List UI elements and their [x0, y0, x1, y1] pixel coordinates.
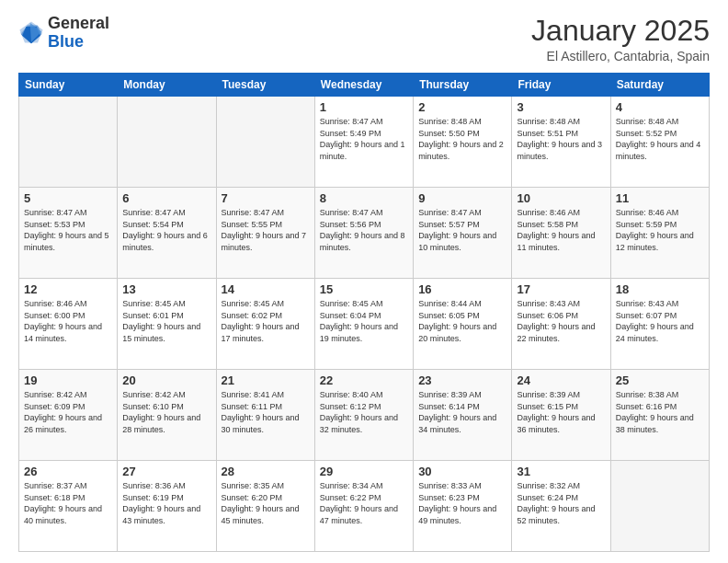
header-sunday: Sunday — [19, 74, 118, 97]
table-row: 1Sunrise: 8:47 AMSunset: 5:49 PMDaylight… — [314, 97, 413, 188]
table-row — [216, 97, 314, 188]
day-number: 8 — [320, 191, 408, 205]
day-number: 25 — [616, 373, 704, 387]
header-thursday: Thursday — [414, 74, 512, 97]
table-row: 31Sunrise: 8:32 AMSunset: 6:24 PMDayligh… — [512, 461, 610, 552]
day-number: 7 — [222, 191, 310, 205]
logo-text: General Blue — [48, 15, 109, 52]
header-friday: Friday — [512, 74, 610, 97]
day-info: Sunrise: 8:38 AMSunset: 6:16 PMDaylight:… — [616, 389, 704, 435]
day-info: Sunrise: 8:48 AMSunset: 5:52 PMDaylight:… — [616, 116, 704, 162]
day-number: 24 — [517, 373, 605, 387]
day-info: Sunrise: 8:46 AMSunset: 6:00 PMDaylight:… — [24, 298, 112, 344]
day-info: Sunrise: 8:32 AMSunset: 6:24 PMDaylight:… — [517, 480, 605, 526]
day-number: 4 — [616, 100, 704, 114]
day-number: 28 — [222, 465, 310, 478]
header-saturday: Saturday — [610, 74, 709, 97]
day-number: 3 — [517, 100, 605, 114]
table-row: 29Sunrise: 8:34 AMSunset: 6:22 PMDayligh… — [314, 461, 413, 552]
day-number: 31 — [517, 465, 605, 478]
day-number: 1 — [320, 100, 408, 114]
day-number: 20 — [122, 373, 210, 387]
day-number: 23 — [418, 373, 506, 387]
day-number: 6 — [122, 191, 210, 205]
logo-blue-text: Blue — [48, 32, 84, 51]
table-row: 7Sunrise: 8:47 AMSunset: 5:55 PMDaylight… — [216, 188, 314, 279]
day-number: 2 — [418, 100, 506, 114]
table-row: 22Sunrise: 8:40 AMSunset: 6:12 PMDayligh… — [314, 370, 413, 461]
table-row: 14Sunrise: 8:45 AMSunset: 6:02 PMDayligh… — [216, 279, 314, 370]
day-number: 26 — [24, 465, 112, 478]
day-info: Sunrise: 8:39 AMSunset: 6:14 PMDaylight:… — [418, 389, 506, 435]
day-info: Sunrise: 8:48 AMSunset: 5:51 PMDaylight:… — [517, 116, 605, 162]
day-info: Sunrise: 8:46 AMSunset: 5:58 PMDaylight:… — [517, 207, 605, 253]
calendar-week-row: 12Sunrise: 8:46 AMSunset: 6:00 PMDayligh… — [19, 279, 710, 370]
table-row: 12Sunrise: 8:46 AMSunset: 6:00 PMDayligh… — [19, 279, 118, 370]
day-number: 14 — [222, 282, 310, 296]
day-info: Sunrise: 8:47 AMSunset: 5:53 PMDaylight:… — [24, 207, 112, 253]
table-row: 9Sunrise: 8:47 AMSunset: 5:57 PMDaylight… — [414, 188, 512, 279]
day-number: 13 — [122, 282, 210, 296]
table-row: 5Sunrise: 8:47 AMSunset: 5:53 PMDaylight… — [19, 188, 118, 279]
day-number: 29 — [320, 465, 408, 478]
day-info: Sunrise: 8:45 AMSunset: 6:04 PMDaylight:… — [320, 298, 408, 344]
day-info: Sunrise: 8:37 AMSunset: 6:18 PMDaylight:… — [24, 480, 112, 526]
table-row: 18Sunrise: 8:43 AMSunset: 6:07 PMDayligh… — [610, 279, 709, 370]
day-number: 30 — [418, 465, 506, 478]
table-row — [610, 461, 709, 552]
day-info: Sunrise: 8:42 AMSunset: 6:10 PMDaylight:… — [122, 389, 210, 435]
logo-icon — [18, 20, 44, 46]
day-info: Sunrise: 8:47 AMSunset: 5:56 PMDaylight:… — [320, 207, 408, 253]
day-number: 16 — [418, 282, 506, 296]
day-info: Sunrise: 8:47 AMSunset: 5:57 PMDaylight:… — [418, 207, 506, 253]
logo-general-text: General — [48, 14, 109, 32]
day-info: Sunrise: 8:47 AMSunset: 5:49 PMDaylight:… — [320, 116, 408, 162]
table-row — [118, 97, 216, 188]
table-row: 17Sunrise: 8:43 AMSunset: 6:06 PMDayligh… — [512, 279, 610, 370]
table-row — [19, 97, 118, 188]
table-row: 15Sunrise: 8:45 AMSunset: 6:04 PMDayligh… — [314, 279, 413, 370]
calendar-week-row: 26Sunrise: 8:37 AMSunset: 6:18 PMDayligh… — [19, 461, 710, 552]
table-row: 23Sunrise: 8:39 AMSunset: 6:14 PMDayligh… — [414, 370, 512, 461]
day-info: Sunrise: 8:39 AMSunset: 6:15 PMDaylight:… — [517, 389, 605, 435]
day-number: 10 — [517, 191, 605, 205]
table-row: 28Sunrise: 8:35 AMSunset: 6:20 PMDayligh… — [216, 461, 314, 552]
month-title: January 2025 — [531, 15, 710, 47]
day-info: Sunrise: 8:43 AMSunset: 6:06 PMDaylight:… — [517, 298, 605, 344]
day-number: 5 — [24, 191, 112, 205]
day-number: 12 — [24, 282, 112, 296]
day-info: Sunrise: 8:46 AMSunset: 5:59 PMDaylight:… — [616, 207, 704, 253]
day-number: 11 — [616, 191, 704, 205]
table-row: 20Sunrise: 8:42 AMSunset: 6:10 PMDayligh… — [118, 370, 216, 461]
day-info: Sunrise: 8:40 AMSunset: 6:12 PMDaylight:… — [320, 389, 408, 435]
day-number: 15 — [320, 282, 408, 296]
day-number: 19 — [24, 373, 112, 387]
day-number: 17 — [517, 282, 605, 296]
table-row: 13Sunrise: 8:45 AMSunset: 6:01 PMDayligh… — [118, 279, 216, 370]
table-row: 21Sunrise: 8:41 AMSunset: 6:11 PMDayligh… — [216, 370, 314, 461]
day-info: Sunrise: 8:34 AMSunset: 6:22 PMDaylight:… — [320, 480, 408, 526]
calendar-week-row: 5Sunrise: 8:47 AMSunset: 5:53 PMDaylight… — [19, 188, 710, 279]
day-info: Sunrise: 8:41 AMSunset: 6:11 PMDaylight:… — [222, 389, 310, 435]
calendar-table: Sunday Monday Tuesday Wednesday Thursday… — [18, 73, 710, 552]
day-info: Sunrise: 8:43 AMSunset: 6:07 PMDaylight:… — [616, 298, 704, 344]
day-info: Sunrise: 8:47 AMSunset: 5:54 PMDaylight:… — [122, 207, 210, 253]
header: General Blue January 2025 El Astillero, … — [18, 15, 710, 63]
table-row: 24Sunrise: 8:39 AMSunset: 6:15 PMDayligh… — [512, 370, 610, 461]
table-row: 6Sunrise: 8:47 AMSunset: 5:54 PMDaylight… — [118, 188, 216, 279]
calendar-week-row: 19Sunrise: 8:42 AMSunset: 6:09 PMDayligh… — [19, 370, 710, 461]
day-info: Sunrise: 8:48 AMSunset: 5:50 PMDaylight:… — [418, 116, 506, 162]
day-number: 27 — [122, 465, 210, 478]
day-info: Sunrise: 8:35 AMSunset: 6:20 PMDaylight:… — [222, 480, 310, 526]
day-info: Sunrise: 8:42 AMSunset: 6:09 PMDaylight:… — [24, 389, 112, 435]
table-row: 11Sunrise: 8:46 AMSunset: 5:59 PMDayligh… — [610, 188, 709, 279]
table-row: 19Sunrise: 8:42 AMSunset: 6:09 PMDayligh… — [19, 370, 118, 461]
day-number: 22 — [320, 373, 408, 387]
table-row: 25Sunrise: 8:38 AMSunset: 6:16 PMDayligh… — [610, 370, 709, 461]
page: General Blue January 2025 El Astillero, … — [0, 0, 728, 563]
table-row: 3Sunrise: 8:48 AMSunset: 5:51 PMDaylight… — [512, 97, 610, 188]
day-number: 18 — [616, 282, 704, 296]
header-monday: Monday — [118, 74, 216, 97]
day-info: Sunrise: 8:36 AMSunset: 6:19 PMDaylight:… — [122, 480, 210, 526]
table-row: 27Sunrise: 8:36 AMSunset: 6:19 PMDayligh… — [118, 461, 216, 552]
